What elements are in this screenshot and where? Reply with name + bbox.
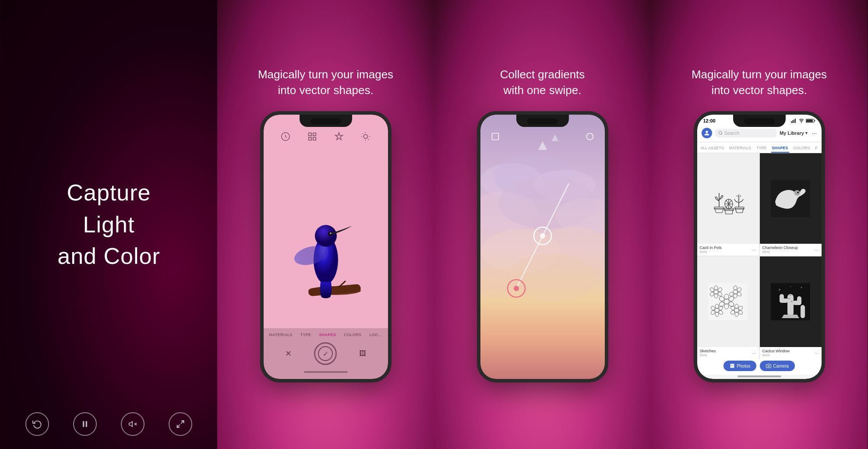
tab-all-assets[interactable]: ALL ASSETS [700, 144, 725, 153]
sketches-menu[interactable]: ··· [752, 350, 756, 356]
library-photos-button[interactable]: Photos [723, 361, 756, 371]
svg-rect-60 [708, 180, 748, 217]
phone-vol-up-4 [694, 180, 695, 204]
svg-rect-41 [492, 133, 498, 140]
expand-button[interactable] [169, 412, 192, 436]
camera-icon [766, 363, 771, 368]
chameleon-type: SVG [762, 250, 798, 254]
tab-type[interactable]: TYPE [755, 144, 768, 153]
capture-check-3[interactable]: ✓ [535, 346, 550, 361]
library-grid: Cacti in Pots SVG ··· [697, 153, 822, 359]
sky-tab-shapes[interactable]: SHAPES [505, 332, 526, 338]
phone-mockup-2: MATERIALS TYPE SHAPES COLORS LOO… ✕ ✓ 🖼 [260, 111, 392, 382]
cactus-window-menu[interactable]: ··· [814, 350, 819, 356]
tab-shapes[interactable]: SHAPES [771, 144, 789, 153]
chameleon-menu[interactable]: ··· [814, 247, 819, 253]
panel-2-subtitle: Magically turn your images into vector s… [240, 67, 411, 98]
sky-tab-colors[interactable]: COLORS [531, 332, 552, 338]
svg-rect-117 [801, 305, 805, 318]
library-header: Search My Library ▾ ··· [697, 125, 822, 142]
sky-tab-looks[interactable]: LOOKS [558, 332, 576, 338]
phone-power-button [390, 167, 392, 193]
intro-panel: Capture Light and Color [0, 0, 217, 449]
svg-line-16 [368, 139, 369, 140]
sky-icon-rect [489, 130, 501, 143]
mute-button[interactable] [121, 412, 145, 436]
cacti-pots-menu[interactable]: ··· [752, 247, 756, 253]
phone-mockup-4: 12:00 [694, 111, 825, 382]
svg-point-126 [768, 365, 769, 367]
search-icon [718, 131, 723, 135]
signal-icon [791, 119, 797, 123]
phone-notch-pill [311, 118, 341, 124]
phone-volume-up [260, 180, 261, 204]
status-icons [791, 119, 815, 123]
panel-3-subtitle: Collect gradients with one swipe. [483, 67, 603, 98]
sky-tab-patt[interactable]: PATT… [582, 332, 600, 338]
phone-notch-4 [733, 115, 786, 127]
screen-sky-gradient: TYPE SHAPES COLORS LOOKS PATT… ✕ ✓ 🖼 [480, 115, 605, 379]
phone-notch-pill-3 [527, 118, 558, 124]
svg-point-119 [789, 298, 790, 299]
library-camera-button[interactable]: Camera [760, 361, 795, 371]
pause-button[interactable] [73, 412, 97, 436]
phone-notch-2 [300, 115, 352, 127]
svg-point-12 [363, 135, 367, 139]
grid-item-cacti-pots[interactable]: Cacti in Pots SVG ··· [697, 153, 759, 256]
capture-photo-2[interactable]: 🖼 [359, 350, 366, 358]
screen-library: 12:00 [697, 115, 822, 379]
tab-type[interactable]: TYPE [299, 332, 313, 338]
phone-screen-4: 12:00 [697, 115, 822, 379]
svg-point-57 [706, 131, 708, 133]
tab-shapes[interactable]: SHAPES [317, 332, 338, 338]
sky-panel: Collect gradients with one swipe. [434, 0, 651, 449]
svg-rect-112 [787, 294, 794, 316]
dropdown-arrow: ▾ [805, 131, 808, 135]
phone-mockup-3: TYPE SHAPES COLORS LOOKS PATT… ✕ ✓ 🖼 [477, 111, 608, 382]
hummingbird-panel: Magically turn your images into vector s… [217, 0, 434, 449]
cacti-pots-svg [708, 180, 748, 217]
capture-circle-2[interactable]: ✓ [314, 342, 337, 365]
hb-tab-bar: MATERIALS TYPE SHAPES COLORS LOO… [265, 332, 386, 338]
grid-item-sketches[interactable]: Sketches SVG ··· [697, 256, 759, 359]
search-placeholder: Search [724, 130, 740, 136]
home-indicator-2 [304, 371, 348, 373]
screen-hummingbird: MATERIALS TYPE SHAPES COLORS LOO… ✕ ✓ 🖼 [264, 115, 388, 379]
tab-materials[interactable]: MATERIALS [728, 144, 752, 153]
sky-tab-type[interactable]: TYPE [485, 332, 499, 338]
grid-item-cactus-window[interactable]: Cactus Window SVG ··· [760, 256, 822, 359]
phone-power-btn-4 [824, 167, 825, 193]
library-panel: Magically turn your images into vector s… [651, 0, 868, 449]
tab-looks[interactable]: LOO… [367, 332, 384, 338]
thumb-cactus-window [760, 256, 822, 347]
replay-button[interactable] [25, 412, 49, 436]
grid-item-chameleon[interactable]: Chameleon Closeup SVG ··· [760, 153, 822, 256]
svg-point-74 [797, 192, 799, 193]
svg-marker-2 [129, 421, 133, 427]
sketches-type: SVG [700, 353, 716, 357]
tab-colors[interactable]: COLORS [793, 144, 811, 153]
library-title[interactable]: My Library ▾ [780, 130, 808, 136]
capture-circle-3[interactable]: ✓ [531, 342, 554, 365]
sky-icon-circle [584, 130, 596, 143]
tab-f[interactable]: F [815, 144, 819, 153]
sketches-info: Sketches SVG ··· [697, 347, 759, 359]
capture-photo-3[interactable]: 🖼 [576, 350, 583, 358]
capture-check-2[interactable]: ✓ [318, 346, 333, 361]
cancel-x-3[interactable]: ✕ [502, 349, 508, 358]
battery-icon [806, 119, 815, 123]
svg-point-122 [801, 287, 802, 288]
tab-colors[interactable]: COLORS [342, 332, 363, 338]
more-options-button[interactable]: ··· [812, 130, 817, 137]
svg-line-59 [721, 134, 722, 135]
cancel-x-2[interactable]: ✕ [285, 349, 292, 358]
hummingbird-image [264, 148, 388, 328]
photos-icon [730, 363, 735, 368]
user-avatar[interactable] [702, 128, 712, 138]
svg-rect-76 [708, 283, 748, 320]
search-bar[interactable]: Search [715, 129, 777, 137]
home-indicator-4 [737, 375, 781, 377]
title-line-1: Capture [67, 180, 151, 205]
chameleon-info: Chameleon Closeup SVG ··· [760, 244, 822, 256]
tab-materials[interactable]: MATERIALS [268, 332, 294, 338]
